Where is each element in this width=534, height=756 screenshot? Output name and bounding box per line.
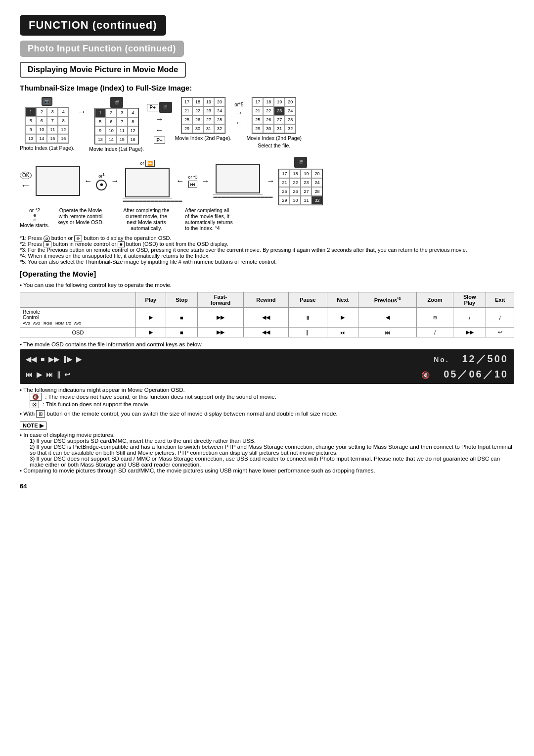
osd-exit: ↩ bbox=[486, 328, 514, 337]
col-fast-forward: Fast-forward bbox=[198, 292, 244, 308]
osd-pause: ‖ bbox=[288, 328, 327, 337]
osd-display: ◀◀ ■ ▶▶ ‖▶ ▶ No. 12／500 ⏮ ▶ ⏭ ‖ ↩ 🔇 05／0… bbox=[20, 349, 514, 384]
header-function: FUNCTION (continued) Photo Input Functio… bbox=[20, 15, 514, 84]
arrow-right-2: → bbox=[155, 115, 163, 124]
arrow-right-3: → bbox=[235, 108, 243, 117]
osd-prev-btn: ⏮ bbox=[26, 371, 33, 378]
operating-title: [Operating the Movie] bbox=[20, 270, 514, 278]
osd-slow: ▶▶ bbox=[453, 328, 486, 337]
mute-icon: 🔇 bbox=[421, 371, 431, 379]
movie-screen-1 bbox=[36, 166, 80, 196]
rew-icon: ⏮ bbox=[188, 181, 197, 188]
arrow-left-4: ← bbox=[176, 177, 184, 186]
ff-icon: ⏩ bbox=[145, 160, 155, 167]
arrow-right-5: → bbox=[201, 177, 209, 186]
remote-slow: / bbox=[453, 308, 486, 328]
film-icon-1: 🎬 bbox=[110, 97, 123, 108]
osd-stop: ■ bbox=[166, 328, 197, 337]
footnote-5: *5: You can also select the Thumbnail-Si… bbox=[20, 259, 514, 265]
movie-index-1-block: 🎬 1234 5678 9101112 13141516 Movie Index… bbox=[89, 97, 144, 152]
footnote-2: *2: Press ⊕ button in remote control or … bbox=[20, 241, 514, 247]
footnote-4: *4: When it moves on the unsupported fil… bbox=[20, 253, 514, 259]
osd-prev: ⏮ bbox=[358, 328, 417, 337]
remote-pause: ⏸ bbox=[288, 308, 327, 328]
arrow-right-6: → bbox=[267, 177, 274, 186]
no-label: No. bbox=[434, 356, 449, 364]
mute-note: 🔇 : The movie does not have sound, or th… bbox=[30, 394, 514, 400]
arrow-left-1: ← bbox=[155, 126, 163, 135]
remote-zoom: ⊞ bbox=[416, 308, 453, 328]
footnote-1: *1: Press ⌀ button or ⊕ button to displa… bbox=[20, 235, 514, 241]
osd-time-display: 🔇 05／06／10 bbox=[421, 368, 508, 381]
circle-btn-1: ⊕ bbox=[96, 180, 107, 190]
caption-after-current: After completing the current movie, the … bbox=[112, 207, 181, 231]
col-play: Play bbox=[135, 292, 166, 308]
osd-pauseplay-btn: ‖▶ bbox=[63, 355, 72, 363]
playback-flow-row: OK ← ← or1 ⊕ → or ⏩ ▬▬▬▬▬▬▬▬▬▬▬▬▬▬▬ ← or… bbox=[20, 157, 514, 205]
or3-label: or *3 bbox=[188, 175, 197, 180]
zoom-icon: ⊞ bbox=[36, 410, 45, 418]
title-function: FUNCTION (continued) bbox=[20, 15, 166, 36]
osd-ff: ▶▶ bbox=[198, 328, 244, 337]
osd-pause2-btn: ‖ bbox=[57, 371, 60, 378]
remote-next: ▶ bbox=[327, 308, 358, 328]
arrow-right-1: → bbox=[77, 107, 86, 117]
title-displaying-movie: Displaying Movie Picture in Movie Mode bbox=[20, 62, 186, 78]
remote-prev: ◀ bbox=[358, 308, 417, 328]
col-header-blank bbox=[20, 292, 136, 308]
no-value: 12／500 bbox=[462, 353, 508, 364]
remote-ff: ▶▶ bbox=[198, 308, 244, 328]
operating-section: [Operating the Movie] • You can use the … bbox=[20, 270, 514, 337]
osd-return-btn: ↩ bbox=[64, 371, 70, 378]
note-4: • Comparing to movie pictures through SD… bbox=[20, 468, 514, 473]
osd-rew: ◀◀ bbox=[243, 328, 288, 337]
osd-controls-row2: ⏮ ▶ ⏭ ‖ ↩ bbox=[26, 371, 70, 378]
remote-rew: ◀◀ bbox=[243, 308, 288, 328]
movie-index-1-caption: Movie Index (1st Page). bbox=[89, 146, 144, 152]
osd-label: OSD bbox=[20, 328, 136, 337]
osd-play-btn: ▶ bbox=[76, 355, 82, 363]
time-value: 05／06／10 bbox=[444, 369, 508, 379]
movie-index-2-caption: Movie Index (2nd Page). bbox=[175, 135, 231, 141]
osd-ff-btn: ▶▶ bbox=[48, 355, 59, 363]
movie-osd-block: or ⏩ ▬▬▬▬▬▬▬▬▬▬▬▬▬▬▬ bbox=[123, 160, 172, 203]
movie-index-2-grid: 17181920 21222324 25262728 29303132 bbox=[181, 97, 225, 134]
row-osd: OSD ▶ ■ ▶▶ ◀◀ ‖ ⏭ ⏮ / ▶▶ ↩ bbox=[20, 328, 514, 337]
or5-label: or*5 bbox=[234, 102, 243, 107]
p-plus-icon: P+ bbox=[147, 104, 158, 111]
remote-play: ▶ bbox=[135, 308, 166, 328]
col-zoom: Zoom bbox=[416, 292, 453, 308]
left-arrow-bracket: ← bbox=[20, 180, 31, 191]
movie-screen-3 bbox=[216, 164, 260, 193]
movie-index-select-grid: 17181920 21222324 25262728 29303132 bbox=[252, 97, 296, 134]
mute-symbol: 🔇 bbox=[30, 393, 42, 401]
page-number: 64 bbox=[20, 482, 514, 490]
note-label: NOTE ▶ bbox=[20, 422, 46, 430]
film-icon-3: 🎬 bbox=[294, 157, 307, 168]
remote-label: RemoteControlAV3 AV2 RGB HDMI1/2 AV5 bbox=[20, 308, 136, 328]
osd-controls-row1: ◀◀ ■ ▶▶ ‖▶ ▶ bbox=[26, 355, 82, 363]
movie-index-2b-caption: Movie Index (2nd Page) bbox=[247, 135, 302, 141]
col-rewind: Rewind bbox=[243, 292, 288, 308]
next-movie-block: ▬▬▬▬▬▬▬▬▬▬▬▬▬▬▬ bbox=[213, 164, 263, 199]
title-photo-input: Photo Input Function (continued) bbox=[20, 41, 184, 57]
osd-zoom: / bbox=[416, 328, 453, 337]
thumbnail-section-title: Thumbnail-Size Image (Index) to Full-Siz… bbox=[20, 84, 514, 92]
movie-index-last-grid: 17181920 21222324 25262728 29303132 bbox=[278, 169, 323, 205]
arrow-left-3: ← bbox=[84, 177, 92, 186]
index-diagram-row: 📷 1234 5678 9101112 13141516 Photo Index… bbox=[20, 97, 514, 152]
footnote-3: *3: For the Previous button on remote co… bbox=[20, 247, 514, 253]
operating-subtitle: • You can use the following control key … bbox=[20, 282, 514, 288]
osd-next2-btn: ⏭ bbox=[46, 371, 53, 378]
following-indications-note: • The following indications might appear… bbox=[20, 387, 514, 393]
or3-block: or *3 ⏮ bbox=[188, 175, 197, 188]
movie-index-select-block: 17181920 21222324 25262728 29303132 Movi… bbox=[247, 97, 302, 148]
operating-table: Play Stop Fast-forward Rewind Pause Next… bbox=[20, 292, 514, 337]
select-file-caption: Select the file. bbox=[258, 142, 290, 148]
osd-note-line: • The movie OSD contains the file inform… bbox=[20, 341, 514, 347]
film-icon-2: 🎬 bbox=[159, 102, 172, 113]
progress-bar-2: ▬▬▬▬▬▬▬▬▬▬▬▬▬▬▬ bbox=[213, 194, 263, 199]
p-minus-icon: P– bbox=[154, 137, 165, 144]
movie-index-2-block: 17181920 21222324 25262728 29303132 Movi… bbox=[175, 97, 231, 141]
caption-operate: Operate the Movie with remote control ke… bbox=[53, 207, 108, 231]
